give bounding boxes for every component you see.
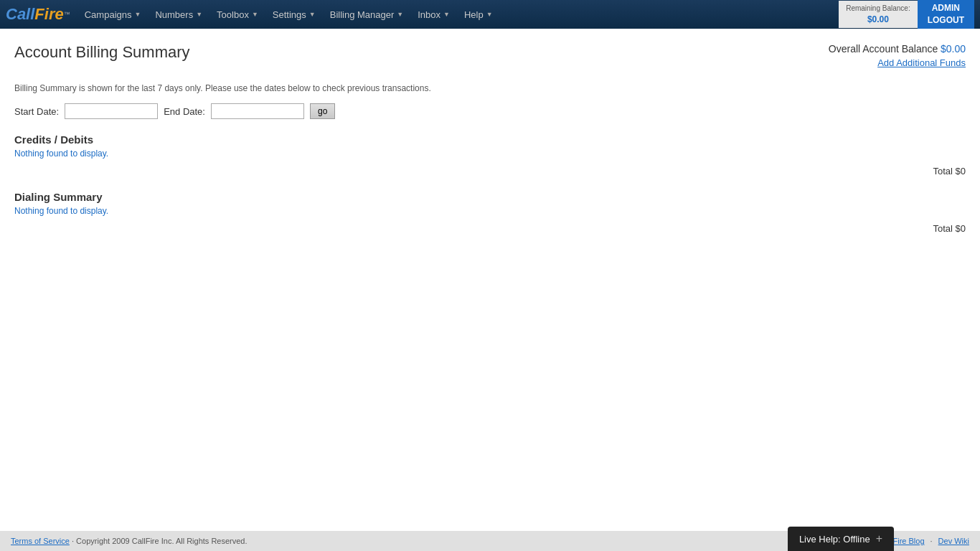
remaining-balance-amount: $0.00 xyxy=(846,14,910,26)
remaining-balance: Remaining Balance: $0.00 xyxy=(839,1,918,29)
date-filter: Start Date: End Date: go xyxy=(14,103,966,119)
chevron-down-icon: ▼ xyxy=(443,11,450,18)
footer-copyright: · Copyright 2009 CallFire Inc. All Right… xyxy=(72,537,248,545)
dialing-summary-section: Dialing Summary Nothing found to display… xyxy=(14,191,966,234)
nav-items: Campaigns▼ Numbers▼ Toolbox▼ Settings▼ B… xyxy=(77,0,839,29)
chevron-down-icon: ▼ xyxy=(397,11,403,18)
dialing-total: Total $0 xyxy=(14,223,966,234)
dialing-summary-title: Dialing Summary xyxy=(14,191,966,203)
dev-wiki-link[interactable]: Dev Wiki xyxy=(938,537,969,545)
billing-note: Billing Summary is shown for the last 7 … xyxy=(14,83,966,93)
overall-balance-label: Overall Account Balance xyxy=(829,43,938,55)
chevron-down-icon: ▼ xyxy=(252,11,258,18)
admin-logout-button[interactable]: ADMIN LOGOUT xyxy=(918,0,974,29)
chevron-down-icon: ▼ xyxy=(486,11,493,18)
page-title: Account Billing Summary xyxy=(14,43,966,62)
logo-fire: Fire xyxy=(34,5,63,24)
go-button[interactable]: go xyxy=(310,103,335,119)
end-date-label: End Date: xyxy=(164,106,205,117)
chevron-down-icon: ▼ xyxy=(309,11,316,18)
plus-icon: + xyxy=(876,532,882,545)
add-additional-funds-link[interactable]: Add Additional Funds xyxy=(829,57,966,68)
credits-debits-empty: Nothing found to display. xyxy=(14,149,966,159)
overall-balance-line: Overall Account Balance $0.00 xyxy=(829,43,966,55)
chevron-down-icon: ▼ xyxy=(134,11,141,18)
nav-right: Remaining Balance: $0.00 ADMIN LOGOUT xyxy=(839,0,974,29)
footer-left: Terms of Service · Copyright 2009 CallFi… xyxy=(11,537,248,545)
nav-campaigns[interactable]: Campaigns▼ xyxy=(77,0,149,29)
live-help-label: Live Help: Offline xyxy=(799,534,870,545)
logo-call: Call xyxy=(6,5,34,24)
start-date-label: Start Date: xyxy=(14,106,59,117)
logo[interactable]: CallFire™ xyxy=(6,5,70,24)
dialing-summary-empty: Nothing found to display. xyxy=(14,206,966,216)
navbar: CallFire™ Campaigns▼ Numbers▼ Toolbox▼ S… xyxy=(0,0,980,29)
nav-inbox[interactable]: Inbox▼ xyxy=(410,0,457,29)
account-balance-area: Overall Account Balance $0.00 Add Additi… xyxy=(829,43,966,68)
start-date-input[interactable] xyxy=(65,103,158,119)
nav-help[interactable]: Help▼ xyxy=(457,0,500,29)
logo-tm: ™ xyxy=(64,11,70,18)
terms-of-service-link[interactable]: Terms of Service xyxy=(11,537,70,545)
end-date-input[interactable] xyxy=(211,103,304,119)
nav-settings[interactable]: Settings▼ xyxy=(265,0,323,29)
nav-toolbox[interactable]: Toolbox▼ xyxy=(209,0,265,29)
credits-total: Total $0 xyxy=(14,166,966,176)
nav-billing-manager[interactable]: Billing Manager▼ xyxy=(323,0,411,29)
main-content: Account Billing Summary Overall Account … xyxy=(0,29,980,531)
overall-balance-amount: $0.00 xyxy=(941,43,966,55)
chevron-down-icon: ▼ xyxy=(196,11,202,18)
nav-numbers[interactable]: Numbers▼ xyxy=(148,0,209,29)
credits-debits-section: Credits / Debits Nothing found to displa… xyxy=(14,133,966,176)
credits-debits-title: Credits / Debits xyxy=(14,133,966,146)
remaining-balance-label: Remaining Balance: xyxy=(846,4,910,14)
live-help-widget[interactable]: Live Help: Offline + xyxy=(788,527,894,551)
